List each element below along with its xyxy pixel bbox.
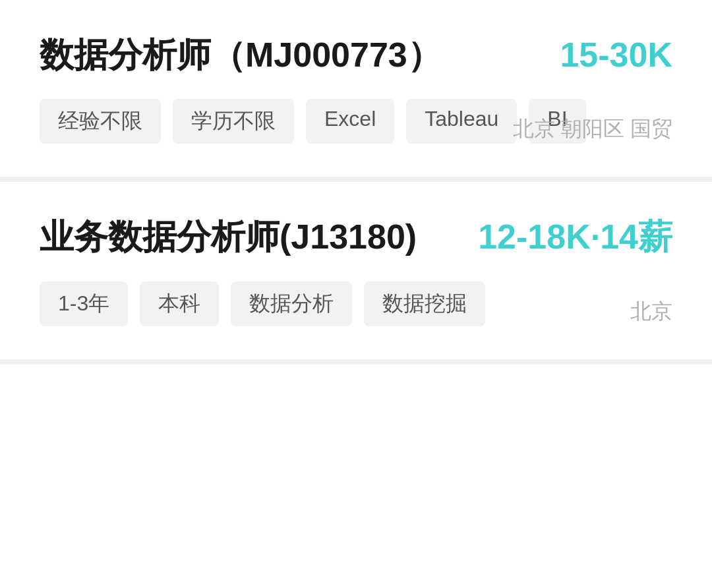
tag: 数据挖掘 [364,281,485,326]
tag: 数据分析 [231,281,352,326]
tag: 本科 [140,281,219,326]
job-location: 北京 朝阳区 国贸 [513,115,672,144]
job-location: 北京 [630,297,672,326]
job-salary: 15-30K [560,34,672,75]
job-title: 数据分析师（MJ000773） [40,34,442,75]
job-card[interactable]: 业务数据分析师(J13180)12-18K·14薪1-3年本科数据分析数据挖掘北… [0,182,712,364]
tag: 学历不限 [173,99,294,144]
job-header: 数据分析师（MJ000773）15-30K [40,34,672,75]
job-title: 业务数据分析师(J13180) [40,216,417,257]
job-tags: 1-3年本科数据分析数据挖掘 [40,281,672,326]
job-card[interactable]: 数据分析师（MJ000773）15-30K经验不限学历不限ExcelTablea… [0,0,712,182]
tag: 1-3年 [40,281,128,326]
tag: Tableau [406,99,517,144]
job-header: 业务数据分析师(J13180)12-18K·14薪 [40,216,672,257]
job-list: 数据分析师（MJ000773）15-30K经验不限学历不限ExcelTablea… [0,0,712,365]
tag: 经验不限 [40,99,161,144]
tag: Excel [306,99,394,144]
job-salary: 12-18K·14薪 [478,216,672,257]
